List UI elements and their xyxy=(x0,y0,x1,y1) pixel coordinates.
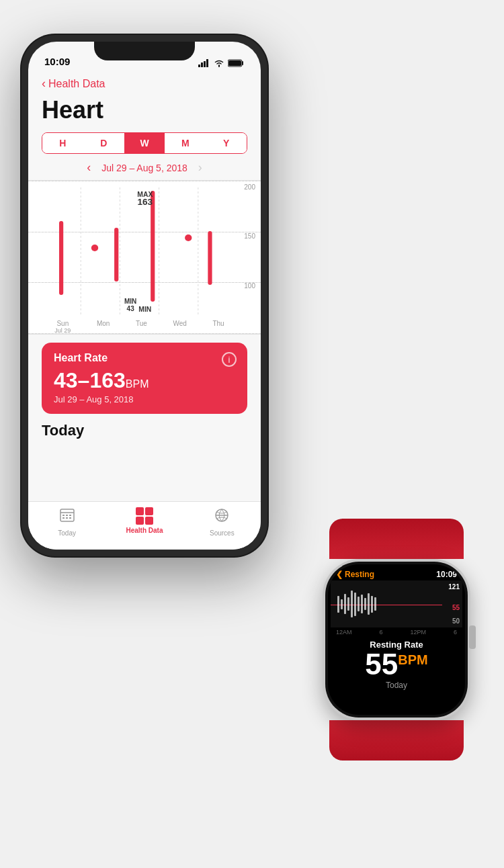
tab-sources-label: Sources xyxy=(210,529,235,537)
svg-rect-26 xyxy=(69,517,71,519)
svg-point-11 xyxy=(91,245,98,251)
svg-rect-10 xyxy=(59,221,63,295)
wifi-icon xyxy=(214,59,224,67)
watch-bpm-display: 55BPM xyxy=(328,650,465,679)
grid-line-1 xyxy=(28,181,261,181)
signal-icon xyxy=(198,59,210,67)
min-label: MIN 43 xyxy=(124,298,136,312)
app-content: ‹ Health Data Heart H D W M Y ‹ Jul 29 –… xyxy=(28,71,261,501)
bpm-display: 43–163BPM xyxy=(54,368,235,393)
watch-x-12am: 12AM xyxy=(336,629,352,636)
watch-x-6pm: 6 xyxy=(454,629,457,636)
bpm-range: 43–163 xyxy=(54,368,126,392)
health-data-icon xyxy=(136,507,153,525)
period-btn-H[interactable]: H xyxy=(42,133,83,153)
tab-today[interactable]: Today xyxy=(44,507,91,537)
status-icons xyxy=(198,59,245,67)
watch-back-btn[interactable]: ❮ Resting xyxy=(336,570,374,579)
watch-case: ❮ Resting 10:09 121 55 50 xyxy=(323,559,470,720)
watch-band-bottom xyxy=(329,720,464,761)
svg-rect-0 xyxy=(198,64,200,67)
tab-health-data[interactable]: Health Data xyxy=(121,507,168,534)
watch-crown xyxy=(469,625,476,649)
svg-text:163: 163 xyxy=(138,197,153,207)
status-time: 10:09 xyxy=(44,56,70,67)
x-label-sun: Sun Jul 29 xyxy=(54,320,71,334)
watch-x-6: 6 xyxy=(379,629,382,636)
date-nav: ‹ Jul 29 – Aug 5, 2018 › xyxy=(42,161,247,175)
period-btn-D[interactable]: D xyxy=(83,133,124,153)
bpm-unit: BPM xyxy=(126,378,149,390)
period-btn-Y[interactable]: Y xyxy=(206,133,247,153)
svg-rect-24 xyxy=(62,517,65,519)
watch-back-label: Resting xyxy=(345,570,374,579)
period-btn-M[interactable]: M xyxy=(165,133,206,153)
back-label: Health Data xyxy=(48,78,106,90)
prev-arrow-icon[interactable]: ‹ xyxy=(87,161,91,175)
today-section-label: Today xyxy=(42,422,247,439)
watch-time: 10:09 xyxy=(436,570,457,579)
card-title: Heart Rate xyxy=(54,352,235,364)
svg-rect-25 xyxy=(66,517,68,519)
apple-watch-frame: ❮ Resting 10:09 121 55 50 xyxy=(302,519,491,734)
info-button[interactable]: i xyxy=(222,352,237,367)
y-label-150: 150 xyxy=(244,232,255,240)
watch-bpm-value: 55 xyxy=(365,648,398,681)
card-date-label: Jul 29 – Aug 5, 2018 xyxy=(54,394,235,404)
y-label-200: 200 xyxy=(244,183,255,191)
tab-bar: Today Health Data xyxy=(28,501,261,550)
svg-rect-1 xyxy=(201,62,203,67)
watch-band-top xyxy=(329,519,464,559)
heart-rate-card: Heart Rate i 43–163BPM Jul 29 – Aug 5, 2… xyxy=(42,343,247,414)
watch-x-12pm: 12PM xyxy=(410,629,426,636)
watch-screen: ❮ Resting 10:09 121 55 50 xyxy=(328,564,465,715)
chart-y-labels: 200 150 100 xyxy=(244,181,255,334)
tab-today-label: Today xyxy=(58,529,76,537)
svg-rect-18 xyxy=(208,231,212,285)
x-label-thu: Thu xyxy=(212,320,224,334)
iphone-screen: 10:09 xyxy=(28,42,261,550)
iphone-notch xyxy=(94,42,195,60)
sources-icon xyxy=(214,507,230,527)
watch-status-bar: ❮ Resting 10:09 xyxy=(328,564,465,580)
svg-rect-5 xyxy=(228,60,241,66)
next-arrow-icon[interactable]: › xyxy=(198,161,202,175)
watch-bpm-unit: BPM xyxy=(398,652,427,667)
period-btn-W[interactable]: W xyxy=(124,133,165,153)
svg-text:MIN: MIN xyxy=(138,306,151,313)
svg-rect-12 xyxy=(114,228,118,281)
svg-point-17 xyxy=(185,234,192,241)
x-label-mon: Mon xyxy=(97,320,110,334)
watch-x-labels: 12AM 6 12PM 6 xyxy=(328,627,465,637)
svg-rect-21 xyxy=(62,515,65,516)
watch-chart-low: 50 xyxy=(452,617,460,625)
back-chevron-icon: ‹ xyxy=(42,77,46,91)
svg-rect-2 xyxy=(204,61,206,67)
watch-chart: 121 55 50 xyxy=(331,580,462,627)
date-range-text: Jul 29 – Aug 5, 2018 xyxy=(101,163,187,173)
y-label-100: 100 xyxy=(244,282,255,290)
page-title: Heart xyxy=(42,96,247,124)
watch-chart-bars xyxy=(337,587,439,621)
watch-today-label: Today xyxy=(328,681,465,690)
nav-back[interactable]: ‹ Health Data xyxy=(42,71,247,93)
period-selector: H D W M Y xyxy=(42,132,247,154)
watch-back-chevron: ❮ xyxy=(336,570,343,579)
svg-rect-13 xyxy=(151,191,155,302)
chart-svg: MAX 163 MIN xyxy=(42,187,237,315)
chart-x-labels: Sun Jul 29 Mon Tue Wed Thu xyxy=(42,320,237,334)
x-label-tue: Tue xyxy=(136,320,147,334)
today-icon xyxy=(59,507,75,527)
chart-area: 200 150 100 xyxy=(28,180,261,335)
svg-rect-3 xyxy=(206,59,208,67)
tab-sources[interactable]: Sources xyxy=(198,507,245,537)
battery-icon xyxy=(228,59,245,67)
watch-chart-mid: 55 xyxy=(452,604,460,611)
svg-rect-23 xyxy=(69,515,71,516)
iphone-frame: 10:09 xyxy=(20,34,269,558)
svg-rect-22 xyxy=(66,515,68,516)
watch-chart-high: 121 xyxy=(448,583,460,591)
x-label-wed: Wed xyxy=(173,320,186,334)
tab-health-data-label: Health Data xyxy=(126,527,163,534)
